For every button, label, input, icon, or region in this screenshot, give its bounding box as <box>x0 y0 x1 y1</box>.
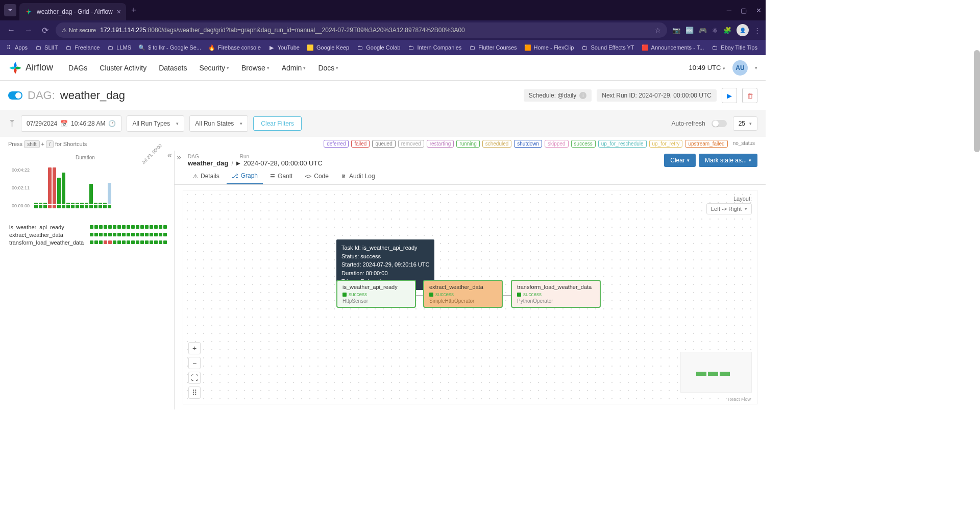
task-cell[interactable] <box>117 225 121 229</box>
bookmark-item[interactable]: 🗀Intern Companies <box>408 44 462 51</box>
run-bar[interactable] <box>98 203 103 208</box>
back-button[interactable]: ← <box>5 23 17 37</box>
graph-node[interactable]: is_weather_api_ready success HttpSensor <box>336 280 416 308</box>
collapse-grid-icon[interactable]: « <box>167 151 172 160</box>
task-cell[interactable] <box>159 225 162 229</box>
run-bar[interactable] <box>34 203 38 208</box>
run-bar[interactable] <box>93 203 98 208</box>
nav-item[interactable]: Security▾ <box>199 64 229 72</box>
dag-toggle[interactable] <box>8 91 22 100</box>
task-cell[interactable] <box>140 240 144 244</box>
legend-pill[interactable]: deferred <box>324 140 349 148</box>
browser-tab[interactable]: weather_dag - Grid - Airflow × <box>19 3 126 20</box>
url-bar[interactable]: ⚠ Not secure 172.191.114.225:8080/dags/w… <box>56 22 667 38</box>
page-size-select[interactable]: 25▾ <box>733 116 757 131</box>
task-cell[interactable] <box>104 240 107 244</box>
user-caret-icon[interactable]: ▾ <box>755 65 757 70</box>
bookmark-item[interactable]: 🗀Google Colab <box>356 44 400 51</box>
user-avatar[interactable]: AU <box>732 60 748 76</box>
bookmark-item[interactable]: 🗀Flutter Courses <box>469 44 517 51</box>
ext-icon[interactable]: ⚛ <box>712 27 718 34</box>
task-cell[interactable] <box>113 233 116 236</box>
bookmark-item[interactable]: 🟧Home - FlexClip <box>524 44 574 51</box>
task-cell[interactable] <box>163 225 167 229</box>
task-cell[interactable] <box>163 240 167 244</box>
task-cell[interactable] <box>99 240 103 244</box>
run-bar[interactable] <box>66 203 70 208</box>
nav-item[interactable]: Docs▾ <box>318 64 338 72</box>
task-cell[interactable] <box>99 225 103 229</box>
bookmark-item[interactable]: 🗀Ebay Title Tips <box>711 44 757 51</box>
task-cell[interactable] <box>127 225 130 229</box>
bookmark-item[interactable]: 🟥Announcements - T... <box>642 44 704 51</box>
server-time[interactable]: 10:49 UTC ▾ <box>689 64 726 71</box>
task-cell[interactable] <box>150 233 153 236</box>
legend-pill[interactable]: upstream_failed <box>685 140 727 148</box>
auto-refresh-toggle[interactable] <box>712 120 727 127</box>
minimap[interactable] <box>680 352 752 393</box>
task-cell[interactable] <box>117 233 121 236</box>
task-cell[interactable] <box>154 225 158 229</box>
legend-pill[interactable]: up_for_retry <box>649 140 683 148</box>
task-cell[interactable] <box>150 225 153 229</box>
legend-pill[interactable]: no_status <box>730 140 757 148</box>
run-bar[interactable] <box>89 184 93 208</box>
bookmark-item[interactable]: 🔥Firebase console <box>208 44 261 51</box>
bookmark-item[interactable]: 🟨Google Keep <box>307 44 349 51</box>
task-cell[interactable] <box>159 240 162 244</box>
task-cell[interactable] <box>90 233 93 236</box>
expand-pane-icon[interactable]: » <box>177 153 181 162</box>
run-bar[interactable] <box>47 167 52 208</box>
task-cell[interactable] <box>94 225 98 229</box>
task-cell[interactable] <box>136 225 139 229</box>
security-indicator[interactable]: ⚠ Not secure <box>62 27 96 34</box>
task-cell[interactable] <box>145 225 149 229</box>
task-cell[interactable] <box>140 233 144 236</box>
bookmark-star-icon[interactable]: ☆ <box>655 27 661 34</box>
task-row[interactable]: extract_weather_data <box>9 231 169 238</box>
toggle-interactivity-button[interactable]: ⠿ <box>188 387 201 399</box>
legend-pill[interactable]: failed <box>351 140 370 148</box>
task-cell[interactable] <box>131 225 135 229</box>
crumb-dag-name[interactable]: weather_dag <box>188 159 228 167</box>
close-window-icon[interactable]: ✕ <box>756 7 762 14</box>
ext-icon[interactable]: 🔤 <box>685 27 694 34</box>
zoom-in-button[interactable]: + <box>188 342 201 354</box>
task-cell[interactable] <box>159 233 162 236</box>
legend-pill[interactable]: running <box>456 140 479 148</box>
task-cell[interactable] <box>117 240 121 244</box>
tab-close-icon[interactable]: × <box>117 8 121 16</box>
task-cell[interactable] <box>140 225 144 229</box>
run-bar[interactable] <box>38 203 43 208</box>
bookmark-item[interactable]: 🗀Freelance <box>65 44 100 51</box>
clear-button[interactable]: Clear▾ <box>664 154 696 167</box>
tab-dropdown-button[interactable] <box>4 4 16 16</box>
run-bar[interactable] <box>52 167 57 208</box>
profile-avatar[interactable]: 👤 <box>737 24 749 36</box>
schedule-badge[interactable]: Schedule: @dailyi <box>524 89 592 102</box>
extensions-icon[interactable]: 🧩 <box>723 27 731 34</box>
run-bar[interactable] <box>103 203 107 208</box>
task-cell[interactable] <box>108 225 112 229</box>
task-cell[interactable] <box>154 233 158 236</box>
legend-pill[interactable]: queued <box>372 140 395 148</box>
nav-item[interactable]: Browse▾ <box>241 64 270 72</box>
legend-pill[interactable]: success <box>571 140 596 148</box>
task-cell[interactable] <box>104 233 107 236</box>
legend-pill[interactable]: restarting <box>427 140 454 148</box>
task-cell[interactable] <box>108 233 112 236</box>
legend-pill[interactable]: removed <box>398 140 424 148</box>
mark-state-button[interactable]: Mark state as...▾ <box>699 154 757 167</box>
run-bar[interactable] <box>107 183 112 208</box>
layout-select[interactable]: Left -> Right▾ <box>706 203 752 214</box>
task-cell[interactable] <box>122 233 126 236</box>
bookmark-item[interactable]: 🗀SLIIT <box>35 44 58 51</box>
task-cell[interactable] <box>90 240 93 244</box>
task-cell[interactable] <box>131 233 135 236</box>
run-bar[interactable] <box>61 173 66 208</box>
task-cell[interactable] <box>113 225 116 229</box>
task-cell[interactable] <box>145 233 149 236</box>
next-run-badge[interactable]: Next Run ID: 2024-07-29, 00:00:00 UTC <box>597 89 717 102</box>
run-bar[interactable] <box>70 203 75 208</box>
run-bar[interactable] <box>75 203 80 208</box>
